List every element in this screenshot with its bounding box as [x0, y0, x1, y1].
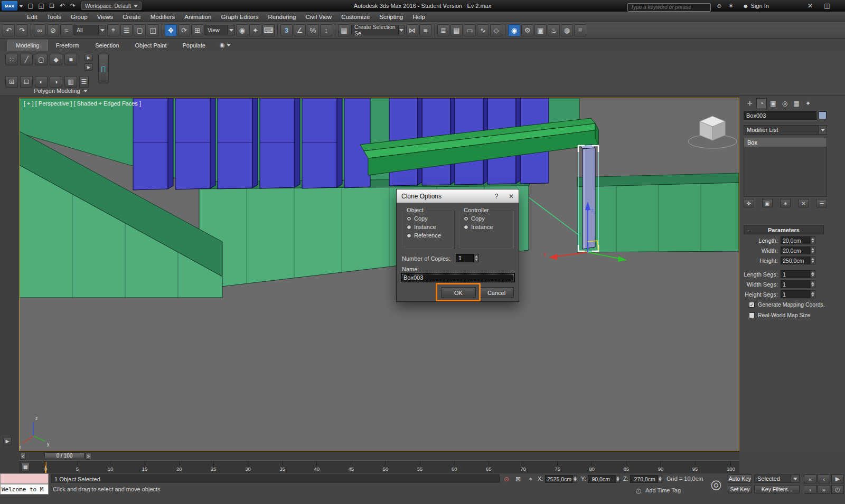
close-scene-icon[interactable]: ✕: [805, 0, 815, 12]
align-icon[interactable]: ≡: [419, 24, 431, 36]
isolate-selection-icon[interactable]: ⊙: [502, 474, 511, 483]
key-filters-button[interactable]: Key Filters...: [754, 485, 800, 493]
x-coord-field[interactable]: 2525,0cm: [545, 475, 572, 483]
rendered-frame-window-icon[interactable]: ▣: [534, 24, 547, 36]
radio-copy[interactable]: Copy: [407, 215, 454, 222]
ribbon-tab[interactable]: Populate: [174, 40, 213, 51]
radio-icon[interactable]: [464, 225, 468, 230]
rectangular-selection-region-icon[interactable]: ▢: [134, 24, 146, 36]
dropdown-caret-icon[interactable]: [818, 126, 827, 134]
parameter-spinner[interactable]: [810, 280, 815, 288]
element-mode-icon[interactable]: ■: [64, 54, 77, 65]
stack-item-box[interactable]: Box: [744, 138, 827, 147]
parameter-field[interactable]: 1: [781, 270, 810, 278]
window-crossing-icon[interactable]: ◫: [147, 24, 159, 36]
slider-right-icon[interactable]: >: [86, 453, 91, 460]
menu-item[interactable]: Graph Editors: [216, 12, 263, 22]
parameter-field[interactable]: 1: [781, 280, 810, 288]
ribbon-config-button[interactable]: ◉: [214, 40, 236, 51]
parameter-spinner[interactable]: [810, 236, 815, 244]
ribbon-mini-expand-icon[interactable]: ▸: [84, 54, 93, 61]
radio-icon[interactable]: [407, 225, 411, 230]
menu-item[interactable]: Modifiers: [146, 12, 180, 22]
open-explorer-icon[interactable]: ⌗: [574, 24, 586, 36]
undo-icon[interactable]: ↶: [3, 24, 15, 36]
y-coord-spinner[interactable]: [615, 475, 620, 483]
perspective-viewport[interactable]: x z x y z [ + ] [ Perspective ] [ Shaded…: [19, 98, 739, 451]
viewport-label[interactable]: [ + ] [ Perspective ] [ Shaded + Edged F…: [24, 100, 141, 107]
absolute-offset-mode-icon[interactable]: ⌖: [526, 474, 536, 483]
selection-set-dropdown[interactable]: Selected: [754, 474, 800, 483]
select-and-rotate-icon[interactable]: ⟳: [178, 24, 190, 36]
reference-coordinate-system-dropdown[interactable]: View: [204, 25, 235, 35]
display-tab-icon[interactable]: ▦: [791, 98, 802, 108]
radio-controller-instance[interactable]: Instance: [464, 224, 514, 230]
play-animation-icon[interactable]: ▶: [831, 474, 844, 483]
ring-selection-icon[interactable]: ◑: [50, 76, 62, 88]
scene-explorer-icon[interactable]: ▤: [450, 24, 463, 36]
checker-pattern-icon[interactable]: ▥: [64, 76, 77, 88]
cancel-button[interactable]: Cancel: [479, 287, 514, 298]
select-by-name-icon[interactable]: ☰: [120, 24, 133, 36]
selection-lock-icon[interactable]: ⊠: [513, 474, 523, 483]
unlink-selection-icon[interactable]: ⊘: [47, 24, 59, 36]
viewport-layout-tab-icon[interactable]: ▶: [3, 437, 12, 445]
modify-tab-icon[interactable]: ◔: [756, 98, 767, 108]
maxscript-mini-listener-pink[interactable]: [0, 473, 49, 484]
window-layout-icon[interactable]: ◫: [822, 0, 832, 12]
render-iterative-icon[interactable]: ◍: [561, 24, 573, 36]
slider-left-icon[interactable]: <: [20, 453, 26, 460]
save-file-icon[interactable]: ⊡: [46, 1, 57, 11]
checkbox-checked-icon[interactable]: [749, 302, 755, 308]
menu-item[interactable]: Animation: [180, 12, 216, 22]
border-mode-icon[interactable]: ▢: [35, 54, 48, 65]
radio-selected-icon[interactable]: [407, 216, 411, 221]
time-tag-clock-icon[interactable]: ◴: [634, 486, 643, 495]
select-and-manipulate-icon[interactable]: ✦: [249, 24, 261, 36]
dialog-help-icon[interactable]: ?: [489, 189, 504, 203]
configure-modifier-sets-icon[interactable]: ☰: [816, 199, 827, 207]
make-unique-icon[interactable]: ∗: [780, 199, 791, 207]
polygon-mode-icon[interactable]: ◆: [50, 54, 62, 65]
select-object-icon[interactable]: ⌖: [107, 24, 119, 36]
parameter-field[interactable]: 1: [781, 290, 810, 298]
auto-key-button[interactable]: Auto Key: [728, 474, 752, 483]
time-configuration-icon[interactable]: ◴: [831, 485, 844, 494]
undo-icon[interactable]: ↶: [57, 1, 68, 11]
select-and-scale-icon[interactable]: ⊞: [191, 24, 203, 36]
search-input[interactable]: [627, 3, 711, 12]
menu-item[interactable]: Scripting: [374, 12, 408, 22]
menu-item[interactable]: Customize: [336, 12, 374, 22]
dialog-title-bar[interactable]: Clone Options ? ✕: [397, 189, 519, 203]
go-to-start-icon[interactable]: «: [804, 474, 816, 483]
new-scene-icon[interactable]: ▢: [25, 1, 36, 11]
keyboard-shortcut-override-icon[interactable]: ⌨: [262, 24, 275, 36]
render-production-icon[interactable]: ♨: [548, 24, 560, 36]
time-slider-handle[interactable]: 0 / 100: [44, 452, 84, 459]
workspace-dropdown[interactable]: Workspace: Default: [81, 2, 142, 10]
show-end-result-icon[interactable]: ▣: [762, 199, 773, 207]
edit-named-selection-sets-icon[interactable]: ▤: [338, 24, 350, 36]
parameter-field[interactable]: 250,0cm: [781, 256, 810, 264]
open-file-icon[interactable]: ◱: [36, 1, 46, 11]
object-color-swatch[interactable]: [819, 111, 827, 119]
dialog-close-icon[interactable]: ✕: [504, 189, 519, 203]
next-frame-icon[interactable]: ›: [804, 485, 816, 494]
favorites-icon[interactable]: ✶: [726, 0, 736, 12]
max-logo-icon[interactable]: MAX: [2, 1, 17, 11]
layer-manager-icon[interactable]: ≣: [437, 24, 449, 36]
logo-caret-icon[interactable]: [19, 5, 23, 7]
angle-snap-icon[interactable]: ∠: [294, 24, 306, 36]
steering-wheels-icon[interactable]: ◎: [709, 477, 724, 492]
rollout-collapse-icon[interactable]: -: [744, 227, 753, 233]
number-of-copies-field[interactable]: 1: [456, 254, 474, 262]
checkbox-unchecked-icon[interactable]: [749, 312, 755, 318]
pin-stack-icon[interactable]: ✜: [744, 199, 754, 207]
radio-instance[interactable]: Instance: [407, 224, 454, 230]
render-setup-icon[interactable]: ⚙: [521, 24, 533, 36]
grow-selection-icon[interactable]: ⊞: [5, 76, 18, 88]
material-editor-icon[interactable]: ◉: [508, 24, 520, 36]
redo-icon[interactable]: ↷: [16, 24, 28, 36]
x-coord-spinner[interactable]: [572, 475, 577, 483]
add-time-tag-label[interactable]: Add Time Tag: [645, 487, 681, 493]
